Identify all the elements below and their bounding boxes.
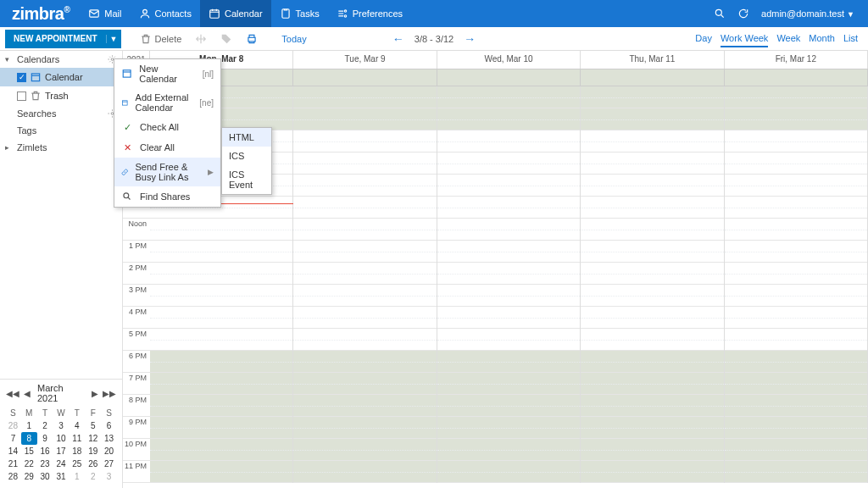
- sidebar-searches-header[interactable]: Searches: [0, 105, 122, 122]
- minical-day[interactable]: 17: [53, 445, 70, 458]
- checkbox-on-icon[interactable]: [17, 73, 26, 82]
- tag-button[interactable]: [214, 33, 239, 45]
- dayheader-fri[interactable]: Fri, Mar 12: [725, 51, 868, 69]
- day-column[interactable]: [293, 86, 437, 483]
- dayheader-thu[interactable]: Thu, Mar 11: [581, 51, 724, 69]
- minical-day[interactable]: 19: [85, 445, 101, 458]
- time-slot[interactable]: [150, 241, 292, 263]
- new-appointment-button[interactable]: NEW APPOINTMENT▼: [5, 30, 121, 48]
- submenu-html[interactable]: HTML: [222, 128, 271, 147]
- day-column[interactable]: [437, 86, 581, 483]
- day-column[interactable]: [725, 86, 868, 483]
- minical-day[interactable]: 22: [21, 458, 37, 470]
- time-slot[interactable]: [293, 329, 436, 351]
- time-slot[interactable]: [150, 329, 292, 351]
- minical-day[interactable]: 1: [69, 470, 85, 483]
- minical-prev-year[interactable]: ◀◀: [5, 389, 20, 398]
- time-slot[interactable]: [581, 373, 723, 395]
- time-slot[interactable]: [150, 417, 292, 439]
- time-slot[interactable]: [725, 351, 867, 373]
- print-button[interactable]: [239, 33, 264, 45]
- minical-day[interactable]: 21: [5, 458, 21, 470]
- view-week[interactable]: Week: [776, 30, 800, 47]
- time-slot[interactable]: [293, 307, 436, 329]
- minical-day[interactable]: 3: [101, 470, 117, 483]
- time-slot[interactable]: [437, 395, 580, 417]
- time-slot[interactable]: [725, 175, 867, 197]
- minical-day[interactable]: 29: [21, 470, 37, 483]
- time-slot[interactable]: [150, 373, 292, 395]
- time-slot[interactable]: [725, 373, 867, 395]
- time-slot[interactable]: [725, 130, 867, 152]
- time-slot[interactable]: [437, 439, 580, 461]
- time-slot[interactable]: [150, 461, 292, 483]
- minical-next-year[interactable]: ▶▶: [102, 389, 117, 398]
- view-workweek[interactable]: Work Week: [721, 30, 768, 47]
- time-slot[interactable]: [293, 285, 436, 307]
- time-slot[interactable]: [725, 86, 867, 108]
- time-slot[interactable]: [581, 219, 723, 241]
- view-month[interactable]: Month: [809, 30, 835, 47]
- delete-button[interactable]: Delete: [133, 33, 189, 45]
- time-slot[interactable]: [150, 307, 292, 329]
- time-slot[interactable]: [581, 439, 723, 461]
- time-slot[interactable]: [293, 373, 436, 395]
- minical-day[interactable]: 28: [5, 419, 21, 432]
- time-slot[interactable]: [437, 175, 580, 197]
- time-slot[interactable]: [437, 307, 580, 329]
- minical-day[interactable]: 18: [69, 445, 85, 458]
- time-slot[interactable]: [437, 373, 580, 395]
- time-slot[interactable]: [725, 219, 867, 241]
- prev-week-button[interactable]: ←: [392, 32, 404, 46]
- time-slot[interactable]: [293, 175, 436, 197]
- time-slot[interactable]: [581, 241, 723, 263]
- minical-prev-month[interactable]: ◀: [23, 389, 31, 398]
- user-menu[interactable]: admin@domain.test ▼: [761, 8, 854, 19]
- menu-check-all[interactable]: ✓Check All: [114, 117, 220, 137]
- menu-send-freebusy[interactable]: Send Free & Busy Link As▶: [114, 158, 220, 186]
- minical-day[interactable]: 1: [21, 419, 37, 432]
- minical-day[interactable]: 31: [53, 470, 70, 483]
- minical-day[interactable]: 5: [85, 419, 101, 432]
- time-slot[interactable]: [725, 461, 867, 483]
- minical-day[interactable]: 23: [37, 458, 53, 470]
- menu-find-shares[interactable]: Find Shares: [114, 186, 220, 207]
- minical-day[interactable]: 15: [21, 445, 37, 458]
- time-slot[interactable]: [581, 130, 723, 152]
- minical-day[interactable]: 6: [101, 419, 117, 432]
- minical-day[interactable]: 30: [37, 470, 53, 483]
- allday-row[interactable]: [123, 69, 868, 86]
- time-slot[interactable]: [725, 285, 867, 307]
- view-day[interactable]: Day: [695, 30, 712, 47]
- time-slot[interactable]: [437, 197, 580, 219]
- checkbox-off-icon[interactable]: [17, 92, 26, 101]
- time-slot[interactable]: [437, 351, 580, 373]
- time-slot[interactable]: [437, 86, 580, 108]
- minical-next-month[interactable]: ▶: [91, 389, 99, 398]
- time-slot[interactable]: [293, 152, 436, 175]
- submenu-ics[interactable]: ICS: [222, 147, 271, 165]
- time-slot[interactable]: [725, 152, 867, 175]
- minical-day[interactable]: 27: [101, 458, 117, 470]
- time-slot[interactable]: [581, 175, 723, 197]
- minical-day[interactable]: 8: [21, 432, 37, 445]
- time-slot[interactable]: [293, 395, 436, 417]
- time-slot[interactable]: [581, 263, 723, 285]
- minical-day[interactable]: 7: [5, 432, 21, 445]
- day-column[interactable]: [581, 86, 724, 483]
- minical-day[interactable]: 25: [69, 458, 85, 470]
- menu-clear-all[interactable]: ✕Clear All: [114, 137, 220, 158]
- time-slot[interactable]: [725, 108, 867, 130]
- tab-preferences[interactable]: Preferences: [328, 0, 411, 27]
- time-slot[interactable]: [150, 219, 292, 241]
- time-slot[interactable]: [293, 219, 436, 241]
- minical-day[interactable]: 14: [5, 445, 21, 458]
- time-slot[interactable]: [581, 351, 723, 373]
- time-slot[interactable]: [437, 329, 580, 351]
- search-icon[interactable]: [714, 8, 726, 19]
- menu-add-external-calendar[interactable]: Add External Calendar[ne]: [114, 88, 220, 117]
- time-slot[interactable]: [437, 219, 580, 241]
- dayheader-wed[interactable]: Wed, Mar 10: [437, 51, 581, 69]
- time-slot[interactable]: [437, 263, 580, 285]
- tab-tasks[interactable]: Tasks: [271, 0, 328, 27]
